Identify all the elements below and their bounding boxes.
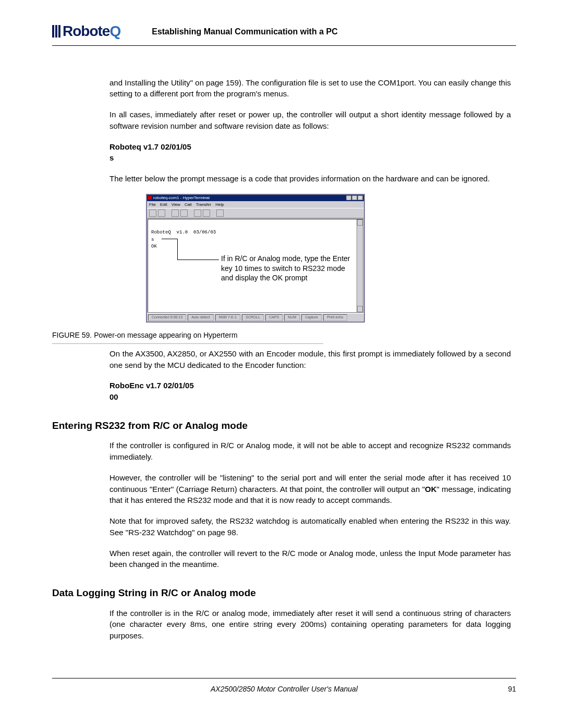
terminal-line: OK <box>151 244 157 249</box>
hyperterminal-window: roboteq-com1 - HyperTerminal _ □ × File … <box>146 194 365 323</box>
toolbar-button[interactable] <box>194 209 201 217</box>
window-titlebar: roboteq-com1 - HyperTerminal _ □ × <box>147 195 364 201</box>
section-heading: Data Logging String in R/C or Analog mod… <box>52 586 516 600</box>
window-title: roboteq-com1 - HyperTerminal <box>153 195 210 201</box>
figure-caption: FIGURE 59. Power-on message appearing on… <box>52 330 323 344</box>
statusbar: Connected 0:00:13 Auto detect 9600 7-E-1… <box>147 313 364 321</box>
terminal-line: s <box>151 237 154 242</box>
logo-text-1: Robote <box>63 21 109 42</box>
figure: roboteq-com1 - HyperTerminal _ □ × File … <box>146 194 516 323</box>
status-cell: SCROLL <box>242 314 264 320</box>
page-header: RoboteQ Establishing Manual Communicatio… <box>52 21 516 46</box>
toolbar-button[interactable] <box>203 209 210 217</box>
toolbar-button[interactable] <box>216 209 224 217</box>
code-line: s <box>109 152 511 164</box>
code-block: RoboEnc v1.7 02/01/05 00 <box>109 380 511 403</box>
menu-item[interactable]: Help <box>215 202 224 208</box>
scroll-up-icon[interactable] <box>357 219 363 226</box>
code-line: RoboEnc v1.7 02/01/05 <box>109 380 511 391</box>
code-line: Roboteq v1.7 02/01/05 <box>109 141 511 153</box>
section-heading: Entering RS232 from R/C or Analog mode <box>52 418 516 433</box>
paragraph: In all cases, immediately after reset or… <box>109 109 511 132</box>
terminal-line: RoboteQ v1.0 03/06/03 <box>151 230 216 235</box>
paragraph: On the AX3500, AX2850, or AX2550 with an… <box>109 348 511 371</box>
toolbar-button[interactable] <box>172 209 179 217</box>
paragraph: Note that for improved safety, the RS232… <box>109 515 511 538</box>
menu-item[interactable]: Edit <box>160 202 167 208</box>
menubar: File Edit View Call Transfer Help <box>147 201 364 208</box>
toolbar-button[interactable] <box>149 209 156 217</box>
toolbar <box>147 208 364 218</box>
code-block: Roboteq v1.7 02/01/05 s <box>109 141 511 164</box>
logo-text-2: Q <box>109 21 120 42</box>
callout-connector <box>162 239 217 260</box>
app-icon <box>148 196 152 200</box>
menu-item[interactable]: Transfer <box>196 202 212 208</box>
status-cell: 9600 7-E-1 <box>215 314 241 320</box>
paragraph: If the controller is configured in R/C o… <box>109 440 511 463</box>
menu-item[interactable]: View <box>172 202 180 208</box>
paragraph: The letter below the prompt message is a… <box>109 173 511 184</box>
status-cell: Capture <box>301 314 322 320</box>
toolbar-button[interactable] <box>180 209 188 217</box>
paragraph: and Installing the Utility" on page 159)… <box>109 77 511 100</box>
footer-title: AX2500/2850 Motor Controller User's Manu… <box>211 684 358 694</box>
logo-bars-icon <box>52 25 60 38</box>
code-line: 00 <box>109 391 511 403</box>
close-icon[interactable]: × <box>358 195 363 200</box>
page-number: 91 <box>508 684 516 694</box>
maximize-icon[interactable]: □ <box>352 195 357 200</box>
paragraph: When reset again, the controller will re… <box>109 548 511 571</box>
callout-text: If in R/C or Analog mode, type the Enter… <box>221 254 351 282</box>
logo: RoboteQ <box>52 21 120 42</box>
menu-item[interactable]: File <box>149 202 156 208</box>
status-cell: Print echo <box>323 314 347 320</box>
toolbar-button[interactable] <box>158 209 165 217</box>
paragraph: However, the controller will be "listeni… <box>109 472 511 506</box>
paragraph: If the controller is in the R/C or analo… <box>109 608 511 641</box>
minimize-icon[interactable]: _ <box>346 195 351 200</box>
status-cell: CAPS <box>265 314 283 320</box>
status-cell: NUM <box>284 314 300 320</box>
paragraph-bold: OK <box>425 485 437 493</box>
terminal-content: RoboteQ v1.0 03/06/03 s OK If in R/C or … <box>148 219 363 313</box>
status-cell: Connected 0:00:13 <box>148 314 186 320</box>
header-title: Establishing Manual Communication with a… <box>152 26 337 38</box>
scrollbar[interactable] <box>357 219 363 312</box>
page-footer: AX2500/2850 Motor Controller User's Manu… <box>52 678 516 694</box>
scroll-down-icon[interactable] <box>357 306 363 312</box>
menu-item[interactable]: Call <box>185 202 192 208</box>
status-cell: Auto detect <box>188 314 213 320</box>
window-buttons: _ □ × <box>346 195 363 200</box>
